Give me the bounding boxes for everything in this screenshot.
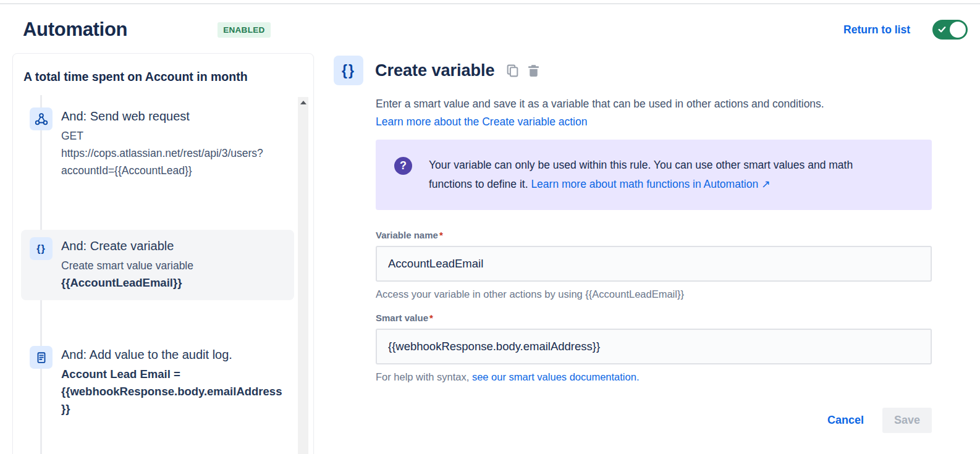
rule-steps-sidebar: A total time spent on Account in month A… bbox=[12, 53, 314, 454]
page-title: Automation bbox=[23, 19, 127, 41]
step-description: GET https://cops.atlassian.net/rest/api/… bbox=[61, 127, 285, 179]
page-top-divider bbox=[0, 3, 980, 4]
copy-icon[interactable] bbox=[505, 63, 520, 78]
scroll-up-arrow[interactable] bbox=[298, 97, 308, 107]
helper-text: For help with syntax, bbox=[376, 371, 472, 382]
variable-name-input[interactable] bbox=[376, 246, 932, 282]
step-title: And: Create variable bbox=[61, 237, 193, 254]
variable-name-label: Variable name* bbox=[376, 230, 932, 240]
rule-step-send-web-request[interactable]: And: Send web request GET https://cops.a… bbox=[13, 101, 313, 185]
webhook-icon bbox=[30, 107, 53, 130]
rule-step-audit-log[interactable]: And: Add value to the audit log. Account… bbox=[13, 340, 313, 424]
braces-icon: {} bbox=[334, 56, 363, 85]
content-area: A total time spent on Account in month A… bbox=[0, 41, 980, 454]
required-asterisk: * bbox=[439, 230, 443, 240]
step-description: Account Lead Email = {{webhookResponse.b… bbox=[61, 366, 285, 418]
cancel-button[interactable]: Cancel bbox=[827, 414, 864, 427]
trash-icon[interactable] bbox=[526, 63, 541, 78]
step-body: And: Send web request GET https://cops.a… bbox=[61, 107, 285, 179]
action-footer: Cancel Save bbox=[376, 408, 932, 433]
rule-steps-list: And: Send web request GET https://cops.a… bbox=[13, 95, 313, 424]
request-url: https://cops.atlassian.net/rest/api/3/us… bbox=[61, 145, 285, 179]
rule-step-create-variable[interactable]: {} And: Create variable Create smart val… bbox=[21, 230, 294, 300]
action-editor-panel: {} Create variable Enter a smart value a… bbox=[314, 53, 980, 433]
smart-value-helper: For help with syntax, see our smart valu… bbox=[376, 371, 932, 383]
step-description: Create smart value variable {{AccountLea… bbox=[61, 257, 193, 292]
required-asterisk: * bbox=[429, 313, 433, 323]
label-text: Variable name bbox=[376, 230, 438, 240]
braces-icon: {} bbox=[30, 237, 53, 260]
toggle-knob bbox=[950, 22, 966, 38]
step-body: And: Create variable Create smart value … bbox=[61, 237, 193, 292]
sidebar-scrollbar[interactable] bbox=[298, 97, 308, 454]
question-icon: ? bbox=[394, 157, 412, 175]
step-body: And: Add value to the audit log. Account… bbox=[61, 346, 285, 418]
variable-smart-value: {{AccountLeadEmail}} bbox=[61, 274, 193, 292]
action-title: Create variable bbox=[375, 61, 495, 80]
learn-more-link[interactable]: Learn more about the Create variable act… bbox=[376, 113, 587, 130]
smart-value-label: Smart value* bbox=[376, 313, 932, 323]
step-title: And: Send web request bbox=[61, 107, 237, 125]
variable-name-field: Variable name* Access your variable in o… bbox=[376, 230, 932, 300]
status-badge: ENABLED bbox=[218, 22, 270, 38]
variable-name-helper: Access your variable in other actions by… bbox=[376, 288, 932, 300]
action-body: Enter a smart value and save it as a var… bbox=[376, 95, 932, 433]
rule-enabled-toggle[interactable] bbox=[932, 20, 968, 40]
request-method: GET bbox=[61, 127, 285, 145]
return-to-list-link[interactable]: Return to list bbox=[843, 23, 910, 36]
audit-log-icon bbox=[30, 346, 53, 369]
save-button[interactable]: Save bbox=[882, 408, 932, 433]
rule-name: A total time spent on Account in month bbox=[23, 70, 303, 84]
header: Automation ENABLED Return to list bbox=[0, 0, 980, 41]
step-title: And: Add value to the audit log. bbox=[61, 346, 237, 363]
audit-log-value: Account Lead Email = {{webhookResponse.b… bbox=[61, 366, 285, 418]
smart-values-doc-link[interactable]: see our smart values documentation. bbox=[472, 371, 640, 382]
header-actions: Return to list bbox=[843, 20, 968, 40]
math-functions-link[interactable]: Learn more about math functions in Autom… bbox=[531, 178, 770, 190]
step-description-text: Create smart value variable bbox=[61, 257, 193, 274]
check-icon bbox=[937, 25, 947, 34]
action-header: {} Create variable bbox=[334, 56, 932, 85]
action-description: Enter a smart value and save it as a var… bbox=[376, 95, 932, 113]
label-text: Smart value bbox=[376, 313, 428, 323]
smart-value-field: Smart value* For help with syntax, see o… bbox=[376, 313, 932, 383]
smart-value-input[interactable] bbox=[376, 329, 932, 364]
info-banner-text: Your variable can only be used within th… bbox=[429, 156, 871, 194]
info-banner: ? Your variable can only be used within … bbox=[376, 140, 932, 210]
